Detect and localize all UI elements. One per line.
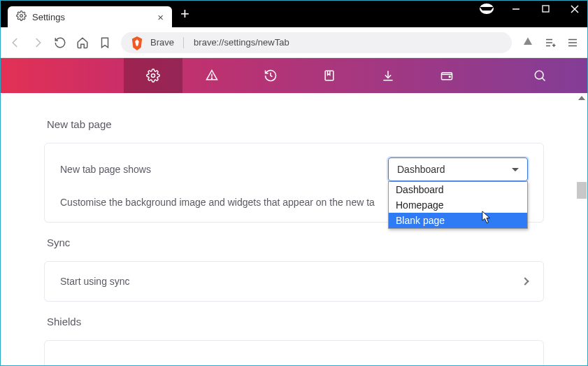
close-tab-icon[interactable]: ×	[157, 11, 164, 23]
svg-point-11	[152, 74, 155, 78]
address-bar[interactable]: Brave │ brave://settings/newTab	[121, 32, 512, 53]
section-title-shields: Shields	[47, 316, 544, 328]
section-title-sync: Sync	[47, 237, 544, 248]
nav-downloads[interactable]	[359, 58, 417, 93]
newtab-shows-row: New tab page shows Dashboard	[60, 157, 528, 181]
maximize-button[interactable]	[538, 5, 552, 13]
nav-rewards[interactable]	[182, 58, 241, 93]
newtab-select-dropdown: Dashboard Homepage Blank page	[388, 181, 528, 229]
option-blank-page[interactable]: Blank page	[389, 213, 527, 228]
section-title-newtab: New tab page	[47, 118, 544, 130]
home-button[interactable]	[76, 36, 89, 49]
option-homepage[interactable]: Homepage	[389, 197, 527, 213]
option-dashboard[interactable]: Dashboard	[389, 182, 527, 197]
playlist-icon[interactable]	[544, 36, 557, 49]
newtab-select-value: Dashboard	[397, 164, 445, 175]
reload-button[interactable]	[54, 36, 66, 49]
svg-point-16	[449, 76, 450, 78]
rewards-icon[interactable]	[522, 36, 534, 49]
chevron-down-icon	[512, 168, 519, 171]
forward-button[interactable]	[31, 36, 44, 49]
nav-settings[interactable]	[124, 58, 182, 93]
close-window-button[interactable]	[568, 5, 582, 13]
window-controls	[480, 3, 582, 14]
browser-toolbar: Brave │ brave://settings/newTab	[1, 27, 587, 58]
gear-icon	[16, 10, 27, 24]
nav-bookmarks[interactable]	[300, 58, 359, 93]
svg-point-13	[212, 78, 213, 78]
window-titlebar: Settings × +	[1, 1, 587, 27]
address-separator: │	[181, 37, 187, 48]
svg-rect-2	[543, 6, 549, 12]
newtab-select[interactable]: Dashboard	[388, 157, 528, 181]
browser-tab[interactable]: Settings ×	[8, 6, 172, 27]
settings-content: New tab page New tab page shows Dashboar…	[1, 93, 587, 366]
newtab-card: New tab page shows Dashboard Customise t…	[44, 143, 544, 223]
shields-card[interactable]	[44, 340, 544, 366]
chevron-right-icon	[521, 277, 529, 285]
address-product: Brave	[150, 37, 174, 48]
tab-title: Settings	[32, 12, 152, 22]
svg-rect-14	[325, 71, 334, 80]
sync-card[interactable]: Start using sync	[44, 261, 544, 302]
back-button[interactable]	[9, 36, 22, 49]
nav-search[interactable]	[510, 58, 569, 93]
settings-nav	[1, 58, 587, 93]
menu-button[interactable]	[566, 36, 579, 49]
nav-wallet[interactable]	[417, 58, 476, 93]
status-indicator-icon[interactable]	[480, 3, 494, 14]
nav-history[interactable]	[241, 58, 300, 93]
svg-point-0	[20, 14, 23, 17]
sync-row-label: Start using sync	[60, 276, 130, 287]
address-url: brave://settings/newTab	[194, 37, 289, 48]
minimize-button[interactable]	[509, 5, 523, 13]
svg-line-18	[542, 78, 545, 80]
brave-logo-icon	[131, 36, 143, 49]
new-tab-button[interactable]: +	[180, 6, 189, 22]
svg-point-17	[535, 71, 543, 79]
bookmark-button[interactable]	[99, 36, 111, 49]
newtab-shows-label: New tab page shows	[60, 164, 151, 175]
